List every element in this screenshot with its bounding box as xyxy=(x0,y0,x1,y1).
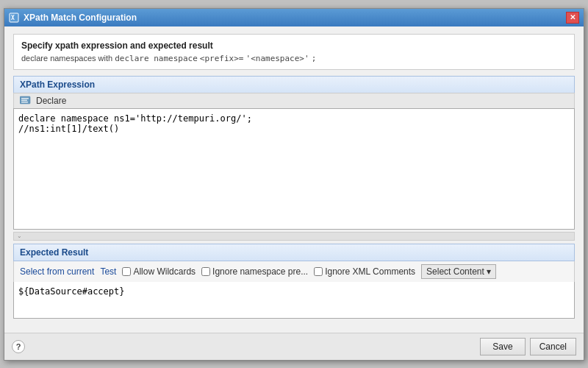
window-icon: X xyxy=(9,13,19,23)
instruction-code4: ; xyxy=(312,54,317,63)
ignore-namespace-label: Ignore namespace pre... xyxy=(212,266,308,277)
select-content-label: Select Content xyxy=(426,266,484,277)
declare-icon xyxy=(20,96,32,106)
ignore-namespace-checkbox[interactable] xyxy=(201,267,210,276)
svg-rect-5 xyxy=(21,102,28,103)
ignore-xml-comments-checkbox[interactable] xyxy=(314,267,323,276)
title-bar: X XPath Match Configuration ✕ xyxy=(4,9,584,26)
select-content-button[interactable]: Select Content ▾ xyxy=(421,264,496,279)
expected-toolbar: Select from current Test Allow Wildcards… xyxy=(13,261,575,282)
bottom-bar: ? Save Cancel xyxy=(4,333,584,360)
declare-bar: Declare xyxy=(13,93,575,108)
instruction-text: declare namespaces with declare namespac… xyxy=(21,54,567,63)
dialog-window: X XPath Match Configuration ✕ Specify xp… xyxy=(4,8,584,361)
declare-label: Declare xyxy=(36,96,66,106)
save-button[interactable]: Save xyxy=(480,338,525,355)
select-from-current-link[interactable]: Select from current xyxy=(20,266,94,277)
xpath-header-label: XPath Expression xyxy=(20,79,95,90)
instruction-box: Specify xpath expression and expected re… xyxy=(13,34,575,70)
expected-header-label: Expected Result xyxy=(20,247,88,258)
instruction-code3: '<namespace>' xyxy=(246,54,309,63)
title-bar-left: X XPath Match Configuration xyxy=(9,13,137,23)
ignore-xml-comments-item: Ignore XML Comments xyxy=(314,266,415,277)
allow-wildcards-checkbox[interactable] xyxy=(122,267,131,276)
xpath-section-header: XPath Expression xyxy=(13,76,575,93)
expected-section-header: Expected Result xyxy=(13,244,575,261)
resize-handle[interactable]: ⌄ xyxy=(13,232,575,241)
svg-rect-4 xyxy=(21,99,27,101)
dropdown-arrow-icon: ▾ xyxy=(487,266,491,277)
xpath-expression-input[interactable] xyxy=(13,108,575,230)
svg-rect-3 xyxy=(21,98,29,99)
instruction-code2: <prefix>= xyxy=(200,54,244,63)
expected-result-input[interactable] xyxy=(13,282,575,319)
ignore-namespace-item: Ignore namespace pre... xyxy=(201,266,308,277)
cancel-button[interactable]: Cancel xyxy=(530,338,576,355)
help-icon: ? xyxy=(16,342,21,351)
instruction-plain-text: declare namespaces with xyxy=(21,54,112,63)
resize-icon: ⌄ xyxy=(17,233,22,239)
action-buttons: Save Cancel xyxy=(480,338,576,355)
ignore-xml-comments-label: Ignore XML Comments xyxy=(325,266,415,277)
allow-wildcards-item: Allow Wildcards xyxy=(122,266,196,277)
close-button[interactable]: ✕ xyxy=(566,12,579,24)
test-link[interactable]: Test xyxy=(100,266,116,277)
help-button[interactable]: ? xyxy=(12,340,25,353)
instruction-heading: Specify xpath expression and expected re… xyxy=(21,40,213,51)
allow-wildcards-label: Allow Wildcards xyxy=(133,266,196,277)
svg-text:X: X xyxy=(11,15,15,21)
window-title: XPath Match Configuration xyxy=(24,13,137,23)
instruction-code1: declare namespace xyxy=(115,54,198,63)
window-content: Specify xpath expression and expected re… xyxy=(4,26,584,328)
